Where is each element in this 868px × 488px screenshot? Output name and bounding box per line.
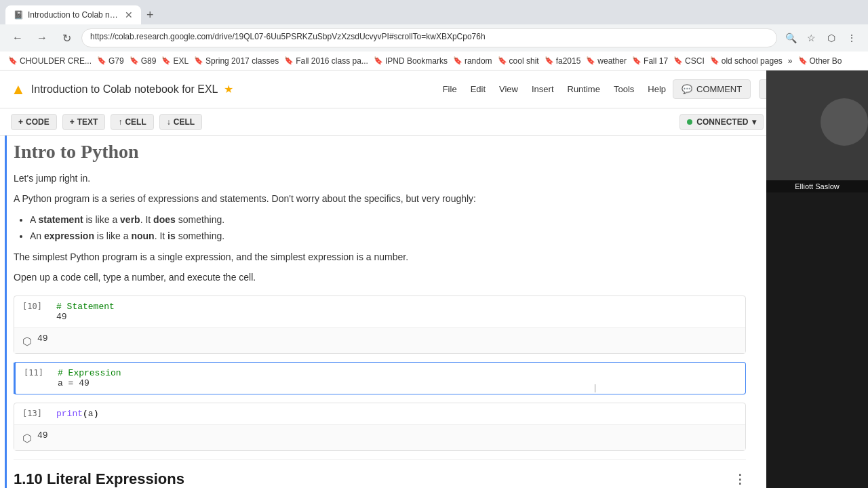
app-header: ▲ Introduction to Colab notebook for EXL… <box>0 70 868 108</box>
cell-10-output: ⬡ 49 <box>14 327 745 353</box>
bookmark-more[interactable]: » <box>788 56 793 66</box>
cell-11-number: [11] <box>24 368 58 378</box>
bookmark-random[interactable]: 🔖random <box>453 56 492 66</box>
video-person: Elliott Saslow <box>766 70 868 192</box>
cell-13-output: ⬡ 49 <box>14 424 745 450</box>
cell-10-output-icon[interactable]: ⬡ <box>22 335 32 348</box>
colab-icon: ▲ <box>11 81 26 98</box>
code-plus-icon: + <box>18 117 23 127</box>
cell-up-label: CELL <box>125 117 146 127</box>
menu-file[interactable]: File <box>436 80 464 98</box>
bookmark-other[interactable]: 🔖Other Bo <box>798 56 842 66</box>
section-heading-text: 1.10 Literal Expressions <box>14 470 184 488</box>
bookmark-oldschool[interactable]: 🔖old school pages <box>710 56 783 66</box>
menu-insert[interactable]: Insert <box>525 80 561 98</box>
cell-up-button[interactable]: ↑ CELL <box>111 114 153 130</box>
verb-bold: verb <box>120 214 140 225</box>
tab-bar: 📓 Introduction to Colab notebo... ✕ + <box>0 0 868 24</box>
bookmark-fall17[interactable]: 🔖Fall 17 <box>632 56 668 66</box>
header-menu: File Edit View Insert Runtime Tools Help <box>436 80 673 98</box>
extensions-icon[interactable]: ⬡ <box>823 30 840 46</box>
add-code-button[interactable]: + CODE <box>11 114 57 130</box>
close-paren: ) <box>94 409 99 419</box>
is-bold: is <box>167 230 176 241</box>
open-paren: ( <box>83 409 88 419</box>
text-plus-icon: + <box>70 117 75 127</box>
connected-button[interactable]: CONNECTED ▾ <box>679 114 764 130</box>
left-gutter <box>0 136 7 488</box>
cell-10-comment: # Statement <box>56 302 737 312</box>
cell-13-output-icon[interactable]: ⬡ <box>22 432 32 445</box>
code-cell-10: [10] # Statement 49 ⬡ 49 <box>14 296 746 354</box>
settings-icon[interactable]: ⋮ <box>844 30 860 46</box>
menu-runtime[interactable]: Runtime <box>561 80 607 98</box>
active-tab[interactable]: 📓 Introduction to Colab notebo... ✕ <box>5 5 141 24</box>
cell-11-code-line: a = 49 <box>58 378 737 388</box>
paragraph-1-text: Let's jump right in. <box>14 173 90 184</box>
comment-label: COMMENT <box>696 84 742 94</box>
paragraph-2-text: A Python program is a series of expressi… <box>14 193 476 204</box>
bookmark-choulder[interactable]: 🔖CHOULDER CRE... <box>8 56 92 66</box>
tab-close-button[interactable]: ✕ <box>125 9 133 20</box>
menu-edit[interactable]: Edit <box>464 80 492 98</box>
refresh-button[interactable]: ↻ <box>57 28 76 47</box>
menu-tools[interactable]: Tools <box>607 80 641 98</box>
cell-13-output-text: 49 <box>37 430 48 441</box>
tab-favicon: 📓 <box>14 10 24 20</box>
active-cell-indicator <box>14 363 16 394</box>
bookmark-fa2015[interactable]: 🔖fa2015 <box>545 56 581 66</box>
browser-chrome: 📓 Introduction to Colab notebo... ✕ + ← … <box>0 0 868 70</box>
menu-help[interactable]: Help <box>641 80 673 98</box>
back-button[interactable]: ← <box>8 28 27 47</box>
new-tab-button[interactable]: + <box>141 5 159 25</box>
bookmark-coolshit[interactable]: 🔖cool shit <box>498 56 539 66</box>
paragraph-4: Open up a code cell, type a number, and … <box>14 270 746 285</box>
cell-13-code[interactable]: print(a) <box>56 409 737 419</box>
cell-11-comment: # Expression <box>58 368 737 378</box>
section-menu-icon[interactable]: ⋮ <box>734 472 746 487</box>
bookmark-exl[interactable]: 🔖EXL <box>161 56 189 66</box>
app-container: ▲ Introduction to Colab notebook for EXL… <box>0 70 868 488</box>
connected-dropdown-icon[interactable]: ▾ <box>752 117 756 127</box>
section-title-partial: Intro to Python <box>14 136 746 165</box>
bullet-list: A statement is like a verb. It does some… <box>14 212 746 244</box>
menu-view[interactable]: View <box>492 80 525 98</box>
code-label: CODE <box>26 117 50 127</box>
person-name: Elliott Saslow <box>766 180 868 192</box>
code-cell-13: [13] print(a) ⬡ 49 <box>14 403 746 451</box>
cell-13-code-line: print(a) <box>56 409 737 419</box>
expression-bold: expression <box>44 230 94 241</box>
print-keyword: print <box>56 409 83 419</box>
cell-11-code[interactable]: # Expression a = 49 <box>58 368 737 388</box>
search-icon[interactable]: 🔍 <box>783 30 799 46</box>
bookmark-g79[interactable]: 🔖G79 <box>97 56 124 66</box>
cursor-position: | <box>594 383 596 392</box>
star-icon[interactable]: ★ <box>224 83 233 96</box>
bookmark-ipnd[interactable]: 🔖IPND Bookmarks <box>374 56 448 66</box>
section-heading-1-10: 1.10 Literal Expressions ⋮ <box>14 459 746 488</box>
statement-bold: statement <box>38 214 83 225</box>
cell-down-icon: ↓ <box>167 117 171 127</box>
bookmark-spring2017[interactable]: 🔖Spring 2017 classes <box>194 56 279 66</box>
notebook-toolbar: + CODE + TEXT ↑ CELL ↓ CELL CONNECTED ▾ … <box>0 108 868 136</box>
cell-down-button[interactable]: ↓ CELL <box>159 114 202 130</box>
code-cell-11: [11] # Expression a = 49 | <box>14 362 746 394</box>
cell-10-code[interactable]: # Statement 49 <box>56 302 737 322</box>
bookmark-g89[interactable]: 🔖G89 <box>130 56 157 66</box>
bookmark-csci[interactable]: 🔖CSCI <box>673 56 705 66</box>
star-bookmark-icon[interactable]: ☆ <box>803 30 819 46</box>
add-text-button[interactable]: + TEXT <box>62 114 106 130</box>
bookmarks-bar: 🔖CHOULDER CRE... 🔖G79 🔖G89 🔖EXL 🔖Spring … <box>0 52 868 70</box>
paragraph-1: Let's jump right in. <box>14 171 746 186</box>
url-input[interactable]: https://colab.research.google.com/drive/… <box>81 28 777 47</box>
content-area: Intro to Python Let's jump right in. A P… <box>7 136 760 488</box>
comment-button[interactable]: 💬 COMMENT <box>673 79 751 99</box>
cell-10-code-line: 49 <box>56 312 737 322</box>
forward-button[interactable]: → <box>33 28 52 47</box>
bookmark-weather[interactable]: 🔖weather <box>586 56 627 66</box>
cell-down-label: CELL <box>174 117 195 127</box>
bookmark-fall2016[interactable]: 🔖Fall 2016 class pa... <box>284 56 368 66</box>
paragraph-2: A Python program is a series of expressi… <box>14 191 746 206</box>
browser-toolbar-icons: 🔍 ☆ ⬡ ⋮ <box>783 30 860 46</box>
noun-bold: noun <box>131 230 154 241</box>
